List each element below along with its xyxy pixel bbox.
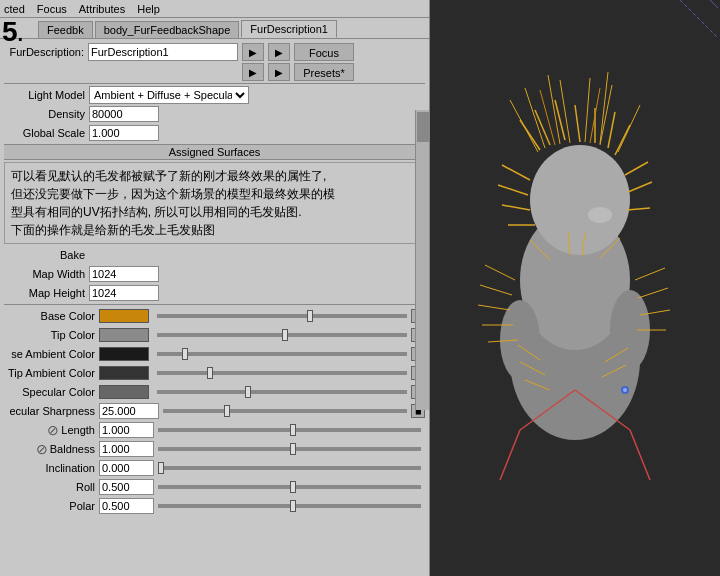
baldness-row: ⊘ Baldness (4, 440, 425, 458)
bake-row: Bake (4, 246, 425, 264)
text-line4: 下面的操作就是给新的毛发上毛发贴图 (11, 221, 418, 239)
svg-point-45 (623, 388, 627, 392)
base-color-label: Base Color (4, 310, 99, 322)
svg-point-5 (500, 300, 540, 380)
scene-svg (430, 0, 720, 576)
base-color-swatch[interactable] (99, 309, 149, 323)
scrollbar-thumb[interactable] (417, 112, 429, 142)
text-line3: 型具有相同的UV拓扑结构, 所以可以用相同的毛发贴图. (11, 203, 418, 221)
tip-color-label: Tip Color (4, 329, 99, 341)
viewport[interactable] (430, 0, 720, 576)
specular-sharpness-row: ecular Sharpness ◼ (4, 402, 425, 420)
menu-attributes[interactable]: Attributes (79, 3, 125, 15)
specular-color-row: Specular Color ◼ (4, 383, 425, 401)
inclination-row: Inclination (4, 459, 425, 477)
map-width-input[interactable] (89, 266, 159, 282)
tip-color-row: Tip Color ◼ (4, 326, 425, 344)
length-input[interactable] (99, 422, 154, 438)
map-height-row: Map Height (4, 284, 425, 302)
scrollbar[interactable] (415, 110, 429, 410)
density-label: Density (4, 108, 89, 120)
specular-color-swatch[interactable] (99, 385, 149, 399)
preset-icon-btn[interactable]: ▶ (242, 63, 264, 81)
base-color-row: Base Color ◼ (4, 307, 425, 325)
fur-description-label: FurDescription: (4, 46, 84, 58)
text-line1: 可以看见默认的毛发都被赋予了新的刚才最终效果的属性了, (11, 167, 418, 185)
presets-row: ▶ ▶ Presets* (4, 63, 425, 81)
tip-ambient-row: Tip Ambient Color ◼ (4, 364, 425, 382)
tab-feedbk[interactable]: Feedbk (38, 21, 93, 38)
ambient-color-swatch[interactable] (99, 347, 149, 361)
light-model-select[interactable]: Ambient + Diffuse + Specular (89, 86, 249, 104)
focus-button[interactable]: Focus (294, 43, 354, 61)
text-overlay: 可以看见默认的毛发都被赋予了新的刚才最终效果的属性了, 但还没完要做下一步，因为… (4, 162, 425, 244)
presets-button[interactable]: Presets* (294, 63, 354, 81)
menu-cted[interactable]: cted (4, 3, 25, 15)
svg-point-4 (588, 207, 612, 223)
panel-content: FurDescription: ▶ ▶ Focus ▶ ▶ Presets* L… (0, 39, 429, 515)
global-scale-row: Global Scale (4, 124, 425, 142)
density-row: Density (4, 105, 425, 123)
arrow-left-btn[interactable]: ▶ (268, 43, 290, 61)
light-model-row: Light Model Ambient + Diffuse + Specular (4, 86, 425, 104)
inclination-input[interactable] (99, 460, 154, 476)
menu-help[interactable]: Help (137, 3, 160, 15)
bake-label: Bake (4, 249, 89, 261)
left-panel: cted Focus Attributes Help 5. Feedbk bod… (0, 0, 430, 576)
baldness-icon: ⊘ (36, 441, 48, 457)
svg-point-3 (530, 145, 630, 255)
polar-label: Polar (4, 500, 99, 512)
polar-row: Polar (4, 497, 425, 515)
specular-sharpness-label: ecular Sharpness (4, 405, 99, 417)
tab-body-fur[interactable]: body_FurFeedbackShape (95, 21, 240, 38)
tip-ambient-label: Tip Ambient Color (4, 367, 99, 379)
fur-description-row: FurDescription: ▶ ▶ Focus (4, 43, 425, 61)
roll-input[interactable] (99, 479, 154, 495)
assigned-surfaces-header: Assigned Surfaces (4, 144, 425, 160)
menu-focus[interactable]: Focus (37, 3, 67, 15)
baldness-input[interactable] (99, 441, 154, 457)
global-scale-label: Global Scale (4, 127, 89, 139)
map-width-row: Map Width (4, 265, 425, 283)
tabs-row: 5. Feedbk body_FurFeedbackShape FurDescr… (0, 18, 429, 39)
map-height-label: Map Height (4, 287, 89, 299)
light-model-label: Light Model (4, 89, 89, 101)
specular-color-label: Specular Color (4, 386, 99, 398)
text-line2: 但还没完要做下一步，因为这个新场景的模型和最终效果的模 (11, 185, 418, 203)
roll-row: Roll (4, 478, 425, 496)
length-icon: ⊘ (47, 422, 59, 438)
tip-ambient-swatch[interactable] (99, 366, 149, 380)
ambient-color-label: se Ambient Color (4, 348, 99, 360)
tip-color-swatch[interactable] (99, 328, 149, 342)
polar-input[interactable] (99, 498, 154, 514)
fur-description-input[interactable] (88, 43, 238, 61)
roll-label: Roll (4, 481, 99, 493)
preset-icon-btn2[interactable]: ▶ (268, 63, 290, 81)
arrow-right-btn[interactable]: ▶ (242, 43, 264, 61)
step-number: 5. (0, 18, 25, 46)
inclination-label: Inclination (4, 462, 99, 474)
density-input[interactable] (89, 106, 159, 122)
render-area (430, 0, 720, 576)
menu-bar: cted Focus Attributes Help (0, 0, 429, 18)
specular-sharpness-input[interactable] (99, 403, 159, 419)
ambient-color-row: se Ambient Color ◼ (4, 345, 425, 363)
global-scale-input[interactable] (89, 125, 159, 141)
length-row: ⊘ Length (4, 421, 425, 439)
baldness-label: Baldness (50, 443, 95, 455)
length-label: Length (61, 424, 95, 436)
map-height-input[interactable] (89, 285, 159, 301)
map-width-label: Map Width (4, 268, 89, 280)
tab-fur-description[interactable]: FurDescription1 (241, 20, 337, 38)
